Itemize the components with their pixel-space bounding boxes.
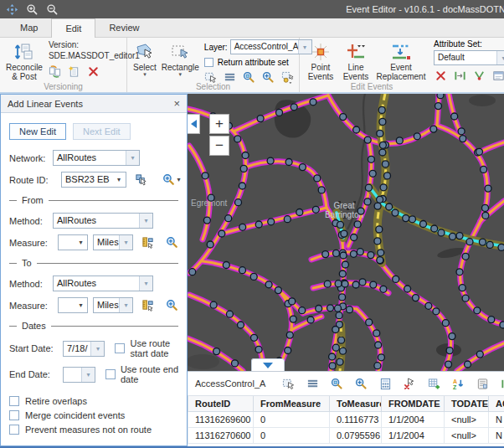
event-point[interactable]: [462, 295, 469, 301]
event-point[interactable]: [339, 270, 346, 277]
use-route-start-date-checkbox[interactable]: [115, 343, 125, 353]
event-point[interactable]: [310, 99, 316, 106]
network-combobox[interactable]: AllRoutes ▾: [53, 150, 140, 166]
event-point[interactable]: [267, 157, 274, 164]
event-point[interactable]: [347, 306, 353, 313]
event-point[interactable]: [255, 221, 262, 228]
event-point[interactable]: [332, 327, 339, 333]
event-point[interactable]: [476, 351, 483, 358]
event-point[interactable]: [474, 307, 481, 314]
from-method-combobox[interactable]: AllRoutes ▾: [53, 213, 153, 229]
event-point[interactable]: [486, 241, 493, 248]
tab-edit[interactable]: Edit: [51, 18, 95, 38]
to-choose-measure-icon[interactable]: [141, 299, 154, 312]
event-point[interactable]: [357, 208, 364, 214]
zoom-out-icon[interactable]: [45, 3, 59, 16]
event-point[interactable]: [379, 142, 386, 148]
tab-map[interactable]: Map: [7, 19, 51, 37]
from-method-caret[interactable]: ▾: [139, 214, 152, 228]
show-records-icon[interactable]: [306, 377, 319, 390]
new-version-icon[interactable]: [68, 64, 81, 78]
event-point[interactable]: [392, 209, 399, 216]
event-point[interactable]: [329, 363, 336, 369]
select-dropdown-caret[interactable]: ▾: [143, 72, 147, 77]
event-point[interactable]: [299, 307, 306, 314]
table-collapse-button[interactable]: [251, 358, 285, 371]
event-point[interactable]: [456, 233, 463, 239]
event-point[interactable]: [332, 344, 339, 351]
add-records-icon[interactable]: [427, 377, 440, 390]
event-point[interactable]: [340, 252, 347, 259]
route-id-combobox[interactable]: BSR23 EB ▾: [61, 172, 126, 188]
split-event-icon[interactable]: [472, 69, 486, 82]
event-point[interactable]: [202, 173, 208, 179]
network-combo-caret[interactable]: ▾: [126, 151, 139, 165]
event-point[interactable]: [235, 199, 242, 206]
to-method-combobox[interactable]: AllRoutes ▾: [53, 275, 153, 291]
event-point[interactable]: [420, 221, 427, 228]
end-date-caret[interactable]: ▾: [81, 368, 95, 382]
event-point[interactable]: [435, 103, 442, 110]
line-events-button[interactable]: Line Events: [338, 39, 373, 83]
event-point[interactable]: [286, 332, 293, 338]
event-point[interactable]: [284, 216, 291, 223]
event-point[interactable]: [329, 353, 336, 360]
event-point[interactable]: [431, 225, 438, 232]
event-point[interactable]: [450, 233, 456, 239]
event-point[interactable]: [409, 216, 416, 223]
event-point[interactable]: [485, 185, 491, 192]
event-point[interactable]: [459, 285, 465, 291]
event-point[interactable]: [213, 348, 220, 355]
event-point[interactable]: [299, 164, 306, 171]
retire-overlaps-checkbox[interactable]: [9, 396, 19, 406]
event-point[interactable]: [382, 161, 388, 167]
event-point[interactable]: [275, 287, 281, 294]
event-point[interactable]: [373, 330, 380, 337]
from-units-caret[interactable]: ▾: [119, 235, 132, 250]
event-point[interactable]: [451, 113, 458, 120]
point-events-button[interactable]: Point Events: [303, 39, 338, 83]
column-header[interactable]: FROMDATE: [382, 396, 445, 412]
event-point[interactable]: [335, 281, 342, 287]
event-point[interactable]: [342, 281, 348, 287]
event-point[interactable]: [476, 148, 483, 155]
measure-icon[interactable]: [500, 377, 504, 390]
event-point[interactable]: [351, 234, 357, 241]
event-point[interactable]: [333, 250, 340, 256]
event-point[interactable]: [414, 133, 420, 140]
select-tool-button[interactable]: Select ▾: [131, 39, 159, 84]
event-point[interactable]: [378, 106, 385, 113]
conflicts-icon[interactable]: [49, 64, 62, 78]
from-choose-measure-icon[interactable]: [141, 236, 154, 250]
event-point[interactable]: [462, 253, 469, 260]
event-point[interactable]: [374, 363, 381, 369]
event-point[interactable]: [189, 269, 196, 275]
panel-collapse-button[interactable]: [188, 114, 200, 134]
event-point[interactable]: [377, 196, 383, 203]
event-point[interactable]: [456, 269, 463, 275]
event-point[interactable]: [368, 156, 374, 162]
event-point[interactable]: [438, 229, 445, 236]
event-point[interactable]: [250, 273, 257, 280]
event-point[interactable]: [377, 130, 383, 136]
event-point[interactable]: [251, 334, 258, 341]
rectangle-dropdown-caret[interactable]: ▾: [179, 72, 183, 77]
event-point[interactable]: [378, 354, 384, 361]
to-measure-combobox[interactable]: ▾: [58, 297, 88, 313]
from-measure-zoom-icon[interactable]: [166, 236, 178, 250]
measure-icon[interactable]: [453, 69, 466, 82]
event-point[interactable]: [374, 203, 381, 209]
event-point[interactable]: [307, 317, 314, 323]
event-point[interactable]: [314, 175, 321, 182]
select-route-on-map-icon[interactable]: [135, 173, 147, 187]
column-header[interactable]: RouteID: [188, 396, 254, 412]
event-point[interactable]: [379, 149, 386, 156]
event-point[interactable]: [226, 311, 233, 317]
to-units-combobox[interactable]: Miles ▾: [93, 297, 133, 313]
tab-review[interactable]: Review: [95, 19, 152, 37]
attribute-set-combo-caret[interactable]: ▾: [496, 51, 504, 64]
event-point[interactable]: [207, 241, 213, 248]
event-point[interactable]: [413, 295, 419, 301]
to-measure-caret[interactable]: ▾: [75, 298, 87, 312]
event-point[interactable]: [291, 104, 297, 111]
